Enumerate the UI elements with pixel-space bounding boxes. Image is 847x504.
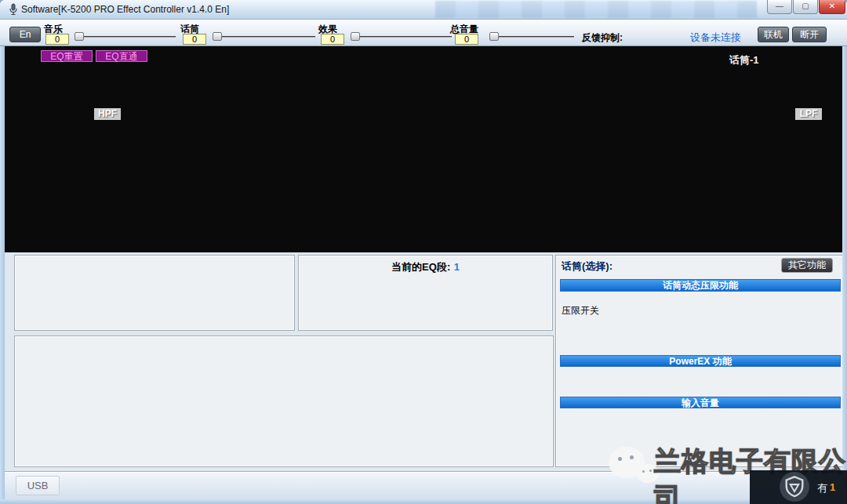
slider-track[interactable] — [353, 36, 452, 38]
window-border-right — [842, 20, 847, 504]
graph-channel-label: 话筒-1 — [729, 53, 759, 67]
app-window: Software[K-5200 PRO Effect Controller v1… — [0, 0, 847, 504]
connect-button[interactable]: 联机 — [758, 27, 789, 42]
current-eq-index: 1 — [454, 261, 460, 273]
window-border-left — [0, 20, 5, 504]
lpf-marker[interactable]: LPF — [795, 108, 822, 120]
titlebar: Software[K-5200 PRO Effect Controller v1… — [0, 0, 847, 20]
language-button[interactable]: En — [9, 27, 41, 42]
slider-track[interactable] — [215, 36, 315, 38]
toolbar-channel-slider[interactable] — [215, 32, 315, 41]
powerex-header: PowerEX 功能 — [560, 355, 841, 367]
slider-thumb[interactable] — [351, 32, 360, 41]
other-functions-button[interactable]: 其它功能 — [781, 258, 833, 273]
slider-track[interactable] — [493, 36, 574, 38]
minimize-button[interactable]: — — [767, 0, 792, 14]
titlebar-artifact — [435, 1, 757, 18]
toolbar-channel-value[interactable]: 0 — [183, 34, 206, 45]
device-status: 设备未连接 — [690, 31, 741, 45]
eq-graph — [5, 46, 842, 252]
hpf-marker[interactable]: HPF — [94, 108, 121, 120]
toolbar-channel-value[interactable]: 0 — [321, 34, 344, 45]
current-eq-title-text: 当前的EQ段: — [391, 261, 450, 273]
compressor-header: 话筒动态压限功能 — [560, 279, 841, 292]
shield-icon — [780, 472, 809, 502]
eq-reset-button[interactable]: EQ重置 — [41, 50, 93, 62]
toolbar-channel-slider[interactable] — [77, 32, 176, 41]
slider-thumb[interactable] — [489, 32, 499, 41]
current-eq-title: 当前的EQ段: 1 — [298, 259, 553, 274]
close-button[interactable]: ✕ — [819, 0, 845, 14]
security-badge-box: 有 1 — [750, 470, 847, 504]
slider-thumb[interactable] — [213, 32, 222, 41]
badge-count: 1 — [830, 481, 835, 493]
toolbar-channel-slider[interactable] — [493, 32, 574, 41]
feedback-label: 反馈抑制: — [582, 31, 623, 45]
toolbar-channel-value[interactable]: 0 — [455, 34, 478, 45]
app-icon — [7, 3, 20, 16]
disconnect-button[interactable]: 断开 — [792, 27, 827, 42]
usb-label: USB — [16, 476, 60, 495]
window-title: Software[K-5200 PRO Effect Controller v1… — [21, 4, 229, 15]
slider-track[interactable] — [77, 36, 176, 38]
filter-panel — [14, 255, 295, 331]
eq-table-panel — [14, 335, 554, 467]
input-volume-header: 输入音量 — [560, 397, 841, 408]
eq-bypass-button[interactable]: EQ直通 — [96, 50, 147, 62]
mic-select-label: 话筒(选择): — [562, 259, 613, 274]
slider-thumb[interactable] — [75, 32, 84, 41]
badge-prefix: 有 — [817, 481, 827, 495]
maximize-button[interactable]: ▢ — [793, 0, 818, 14]
toolbar-channel-value[interactable]: 0 — [45, 34, 69, 45]
compressor-switch-label: 压限开关 — [562, 304, 599, 317]
toolbar-channel-slider[interactable] — [353, 32, 452, 41]
